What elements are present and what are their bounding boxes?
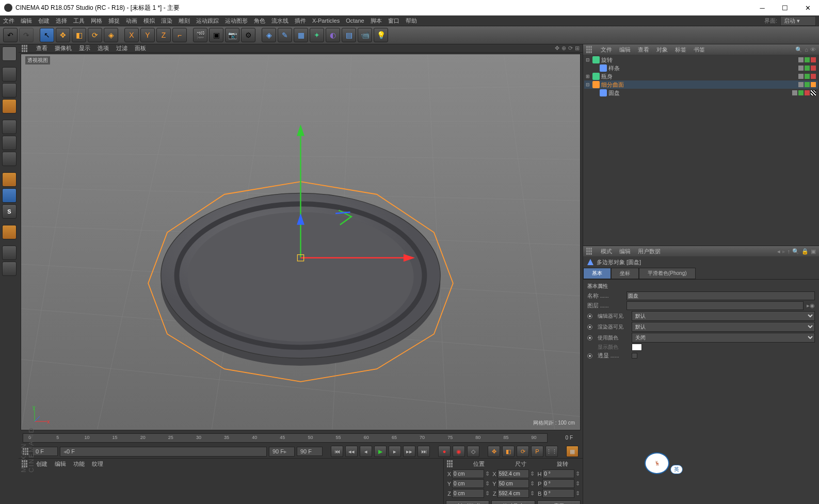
mat-menu-texture[interactable]: 纹理 <box>92 460 103 468</box>
coord-size-Y[interactable] <box>497 479 529 488</box>
close-button[interactable]: ✕ <box>800 3 815 13</box>
attr-tab-phong[interactable]: 平滑着色(Phong) <box>639 268 696 279</box>
obj-menu-edit[interactable]: 编辑 <box>619 46 631 54</box>
attr-menu-edit[interactable]: 编辑 <box>619 248 631 255</box>
record-key-button[interactable]: ● <box>438 446 451 457</box>
menu-选择[interactable]: 选择 <box>56 17 67 25</box>
menu-工具[interactable]: 工具 <box>73 17 85 25</box>
panel-grip-icon[interactable] <box>447 460 454 467</box>
next-frame-button[interactable]: ▸ <box>389 446 401 457</box>
vp-zoom-icon[interactable]: ⊕ <box>561 45 566 52</box>
camera-tool[interactable]: 📹 <box>358 28 372 42</box>
menu-帮助[interactable]: 帮助 <box>406 17 417 25</box>
move-tool[interactable]: ✥ <box>56 28 70 42</box>
attr-search-icon[interactable]: 🔍 <box>792 248 799 255</box>
tree-item-样条[interactable]: 样条 <box>584 64 818 72</box>
frame-end[interactable]: 90 F <box>297 447 323 456</box>
make-editable[interactable] <box>2 46 17 61</box>
menu-运动跟踪[interactable]: 运动跟踪 <box>196 17 219 25</box>
menu-网格[interactable]: 网格 <box>91 17 102 25</box>
tree-item-细分曲面[interactable]: ⊟细分曲面 <box>584 80 818 89</box>
maximize-button[interactable]: ☐ <box>778 3 792 13</box>
vp-menu-filter[interactable]: 过滤 <box>116 44 127 52</box>
tree-item-圆盘[interactable]: 圆盘 <box>584 89 818 97</box>
workplane-1[interactable] <box>2 246 17 260</box>
deformer[interactable]: ◐ <box>326 28 340 42</box>
tree-item-瓶身[interactable]: ⊞瓶身 <box>584 72 818 80</box>
vp-menu-display[interactable]: 显示 <box>79 44 90 52</box>
obj-menu-view[interactable]: 查看 <box>638 46 649 54</box>
coord-pos-Z[interactable] <box>452 489 484 498</box>
attr-usecolor-select[interactable]: 关闭 <box>632 333 815 343</box>
workplane-mode[interactable] <box>2 99 17 113</box>
key-options-button[interactable]: ⋮⋮ <box>545 446 558 457</box>
prev-key-button[interactable]: ◂◂ <box>345 446 358 457</box>
menu-渲染[interactable]: 渲染 <box>161 17 172 25</box>
coord-pos-Y[interactable] <box>452 479 484 488</box>
attr-nav-up-icon[interactable]: ↑ <box>788 248 791 255</box>
attr-render-radio[interactable] <box>587 324 592 330</box>
menu-捕捉[interactable]: 捕捉 <box>108 17 120 25</box>
vp-menu-view[interactable]: 查看 <box>36 44 47 52</box>
render-settings[interactable]: ⚙ <box>241 28 255 42</box>
attr-tab-basic[interactable]: 基本 <box>583 268 611 279</box>
prev-frame-button[interactable]: ◂ <box>360 446 372 457</box>
menu-创建[interactable]: 创建 <box>38 17 50 25</box>
coord-size-mode-button[interactable]: 绝对尺寸 <box>491 500 535 504</box>
keyframe-sel-button[interactable]: ◇ <box>467 446 479 457</box>
attr-editor-radio[interactable] <box>587 314 592 319</box>
play-button[interactable]: ▶ <box>374 446 387 457</box>
render-picture-viewer[interactable]: 📷 <box>225 28 239 42</box>
coord-rot-P[interactable] <box>542 479 574 488</box>
menu-编辑[interactable]: 编辑 <box>21 17 32 25</box>
tree-item-旋转[interactable]: ⊟旋转 <box>584 56 818 64</box>
coord-size-X[interactable] <box>497 469 529 478</box>
attr-name-input[interactable] <box>627 291 815 300</box>
obj-search-icon[interactable]: 🔍 <box>795 46 802 53</box>
subdiv-surface[interactable]: ▦ <box>294 28 308 42</box>
menu-角色[interactable]: 角色 <box>254 17 265 25</box>
layout-dropdown[interactable]: 启动 ▾ <box>780 16 816 26</box>
vp-menu-options[interactable]: 选项 <box>98 44 109 52</box>
rotate-tool[interactable]: ⟳ <box>88 28 102 42</box>
vp-layout-icon[interactable]: ⊞ <box>575 45 580 52</box>
attr-xray-radio[interactable] <box>587 353 592 359</box>
frame-range-end[interactable]: 90 F ▸ <box>269 447 295 457</box>
attr-xray-checkbox[interactable] <box>632 353 637 359</box>
obj-menu-file[interactable]: 文件 <box>601 46 612 54</box>
coord-mode-button[interactable]: 对象 (相对) <box>446 500 489 504</box>
redo-button[interactable]: ↷ <box>19 28 34 42</box>
menu-运动图形[interactable]: 运动图形 <box>225 17 248 25</box>
edges-mode[interactable] <box>2 136 17 150</box>
viewport-solo[interactable] <box>2 188 17 203</box>
next-key-button[interactable]: ▸▸ <box>403 446 415 457</box>
key-pos-button[interactable]: ✥ <box>488 446 500 457</box>
cube-primitive[interactable]: ◈ <box>262 28 276 42</box>
key-rot-button[interactable]: ⟳ <box>517 446 529 457</box>
scale-tool[interactable]: ◧ <box>72 28 86 42</box>
attr-usecolor-radio[interactable] <box>587 335 592 340</box>
mat-menu-edit[interactable]: 编辑 <box>55 460 66 468</box>
coord-rot-H[interactable] <box>542 469 574 478</box>
goto-end-button[interactable]: ⏭ <box>417 446 430 457</box>
menu-模拟[interactable]: 模拟 <box>143 17 155 25</box>
attr-menu-mode[interactable]: 模式 <box>601 248 612 255</box>
coord-pos-X[interactable] <box>452 469 484 478</box>
menu-窗口[interactable]: 窗口 <box>388 17 399 25</box>
obj-menu-bookmarks[interactable]: 书签 <box>694 46 705 54</box>
frame-range-start[interactable]: ◂ 0 F <box>60 447 267 457</box>
undo-button[interactable]: ↶ <box>3 28 18 42</box>
last-tool[interactable]: ◈ <box>104 28 118 42</box>
attr-menu-icon[interactable]: ▣ <box>811 248 816 255</box>
autokey-button[interactable]: ◉ <box>453 446 465 457</box>
coord-size-Z[interactable] <box>497 489 529 498</box>
attr-menu-userdata[interactable]: 用户数据 <box>638 248 661 255</box>
menu-脚本[interactable]: 脚本 <box>371 17 382 25</box>
model-mode[interactable] <box>2 67 17 82</box>
attr-nav-fwd-icon[interactable]: ▸ <box>782 248 785 255</box>
key-param-button[interactable]: P <box>531 446 543 457</box>
goto-start-button[interactable]: ⏮ <box>331 446 343 457</box>
panel-grip-icon[interactable] <box>586 46 593 53</box>
vp-nav-icon[interactable]: ✥ <box>555 45 559 52</box>
polygons-mode[interactable] <box>2 152 17 166</box>
